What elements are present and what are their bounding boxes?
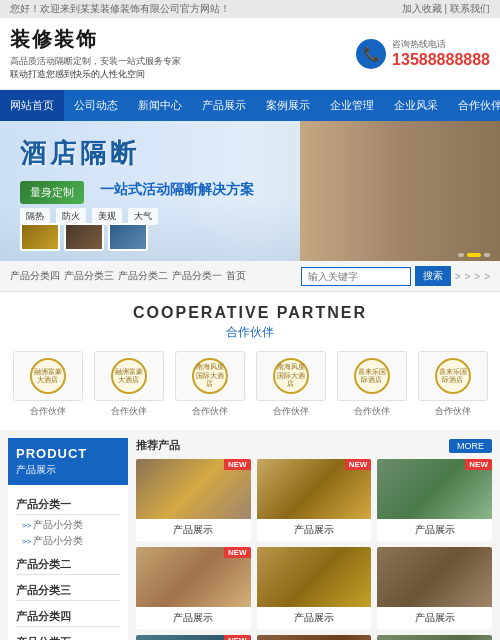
product-label-1: 产品展示 — [257, 519, 372, 541]
logo-title: 装修装饰 — [10, 26, 181, 53]
partner-logo-0[interactable]: 融洲富豪大酒店 — [13, 351, 83, 401]
banner-tag: 美观 — [92, 208, 122, 225]
banner-dot-1[interactable] — [467, 253, 481, 257]
breadcrumb-sep: > — [484, 271, 490, 282]
logo-area: 装修装饰 高品质活动隔断定制，安装一站式服务专家 联动打造您感到快乐的人性化空间 — [10, 26, 181, 81]
new-badge-6: NEW — [224, 635, 251, 640]
partner-item-4: 喜来乐国际酒店合作伙伴 — [337, 351, 407, 418]
breadcrumb-sep: > — [455, 271, 461, 282]
product-card-4[interactable]: 产品展示 — [257, 547, 372, 629]
breadcrumb-item-4[interactable]: 产品分类四 — [10, 269, 60, 283]
partner-item-5: 喜来乐国际酒店合作伙伴 — [418, 351, 488, 418]
sidebar-cat-title-0[interactable]: 产品分类一 — [16, 495, 120, 515]
notice-left: 您好！欢迎来到某某装修装饰有限公司官方网站！ — [10, 2, 230, 16]
banner-dot-2[interactable] — [484, 253, 490, 257]
nav-item-4[interactable]: 案例展示 — [256, 90, 320, 121]
partner-logo-4[interactable]: 喜来乐国际酒店 — [337, 351, 407, 401]
breadcrumb-item-1[interactable]: 产品分类一 — [172, 269, 222, 283]
breadcrumb-item-3[interactable]: 产品分类三 — [64, 269, 114, 283]
breadcrumb-search: 搜索 — [301, 266, 451, 286]
partner-label-3: 合作伙伴 — [273, 405, 309, 418]
sidebar-cat-4: 产品分类五 — [16, 633, 120, 640]
nav-item-5[interactable]: 企业管理 — [320, 90, 384, 121]
partner-item-1: 融洲富豪大酒店合作伙伴 — [94, 351, 164, 418]
nav-item-0[interactable]: 网站首页 — [0, 90, 64, 121]
breadcrumb-item-0[interactable]: 首页 — [226, 269, 246, 283]
product-sidebar-cn: 产品展示 — [16, 463, 120, 477]
sidebar-cat-1: 产品分类二 — [16, 555, 120, 575]
partner-logo-5[interactable]: 喜来乐国际酒店 — [418, 351, 488, 401]
partners-row: 融洲富豪大酒店合作伙伴融洲富豪大酒店合作伙伴南海风度国际大酒店合作伙伴南海风度国… — [10, 351, 490, 418]
partners-title-cn: 合作伙伴 — [10, 324, 490, 341]
phone-number: 13588888888 — [392, 51, 490, 69]
product-card-6[interactable]: NEW产品展示 — [136, 635, 251, 640]
product-label-2: 产品展示 — [377, 519, 492, 541]
sidebar-cat-title-3[interactable]: 产品分类四 — [16, 607, 120, 627]
banner-badge-title: 一站式活动隔断解决方案 — [100, 181, 254, 199]
banner-badge: 量身定制 — [20, 181, 84, 204]
sidebar-sub-0-0[interactable]: 产品小分类 — [22, 517, 120, 533]
sidebar-cat-title-4[interactable]: 产品分类五 — [16, 633, 120, 640]
product-card-5[interactable]: 产品展示 — [377, 547, 492, 629]
banner-title: 酒店隔断 — [20, 136, 480, 171]
product-sidebar-header: PRODUCT 产品展示 — [8, 438, 128, 485]
product-card-2[interactable]: NEW产品展示 — [377, 459, 492, 541]
partner-item-0: 融洲富豪大酒店合作伙伴 — [13, 351, 83, 418]
banner-tag: 隔热 — [20, 208, 50, 225]
nav-item-2[interactable]: 新闻中心 — [128, 90, 192, 121]
product-card-8[interactable]: 产品展示 — [377, 635, 492, 640]
sidebar-cat-title-2[interactable]: 产品分类三 — [16, 581, 120, 601]
search-button[interactable]: 搜索 — [415, 266, 451, 286]
sidebar-cat-title-1[interactable]: 产品分类二 — [16, 555, 120, 575]
header: 装修装饰 高品质活动隔断定制，安装一站式服务专家 联动打造您感到快乐的人性化空间… — [0, 18, 500, 90]
new-badge-2: NEW — [465, 459, 492, 470]
phone-area: 📞 咨询热线电话 13588888888 — [356, 38, 490, 69]
partner-logo-1[interactable]: 融洲富豪大酒店 — [94, 351, 164, 401]
nav-item-1[interactable]: 公司动态 — [64, 90, 128, 121]
banner-tag: 防火 — [56, 208, 86, 225]
product-sidebar-en: PRODUCT — [16, 446, 120, 461]
product-card-0[interactable]: NEW产品展示 — [136, 459, 251, 541]
partner-logo-3[interactable]: 南海风度国际大酒店 — [256, 351, 326, 401]
partner-label-0: 合作伙伴 — [30, 405, 66, 418]
product-image-4 — [257, 547, 372, 607]
breadcrumb-item-2[interactable]: 产品分类二 — [118, 269, 168, 283]
banner: 酒店隔断 量身定制 一站式活动隔断解决方案 隔热防火美观大气 — [0, 121, 500, 261]
new-badge-3: NEW — [224, 547, 251, 558]
product-sidebar: PRODUCT 产品展示 产品分类一产品小分类产品小分类产品分类二产品分类三产品… — [8, 438, 128, 640]
product-grid: NEW产品展示NEW产品展示NEW产品展示NEW产品展示产品展示产品展示NEW产… — [136, 459, 492, 640]
product-image-8 — [377, 635, 492, 640]
partner-item-3: 南海风度国际大酒店合作伙伴 — [256, 351, 326, 418]
product-label-3: 产品展示 — [136, 607, 251, 629]
product-card-7[interactable]: 产品展示 — [257, 635, 372, 640]
product-label-5: 产品展示 — [377, 607, 492, 629]
sidebar-cat-0: 产品分类一产品小分类产品小分类 — [16, 495, 120, 549]
product-main-header: 推荐产品 MORE — [136, 438, 492, 453]
search-input[interactable] — [301, 267, 411, 286]
sidebar-sub-0-1[interactable]: 产品小分类 — [22, 533, 120, 549]
breadcrumb-sep: > — [464, 271, 470, 282]
nav-item-6[interactable]: 企业风采 — [384, 90, 448, 121]
new-badge-1: NEW — [345, 459, 372, 470]
product-label-4: 产品展示 — [257, 607, 372, 629]
partner-label-1: 合作伙伴 — [111, 405, 147, 418]
breadcrumb-sep: > — [474, 271, 480, 282]
main-nav: 网站首页公司动态新闻中心产品展示案例展示企业管理企业风采合作伙伴在线留言联系我们 — [0, 90, 500, 121]
logo-sub2: 联动打造您感到快乐的人性化空间 — [10, 68, 181, 81]
banner-dot-0[interactable] — [458, 253, 464, 257]
new-badge-0: NEW — [224, 459, 251, 470]
partner-label-4: 合作伙伴 — [354, 405, 390, 418]
logo-sub1: 高品质活动隔断定制，安装一站式服务专家 — [10, 55, 181, 68]
product-card-1[interactable]: NEW产品展示 — [257, 459, 372, 541]
nav-item-7[interactable]: 合作伙伴 — [448, 90, 500, 121]
product-sidebar-list: 产品分类一产品小分类产品小分类产品分类二产品分类三产品分类四产品分类五产品分类六 — [8, 485, 128, 640]
product-main: 推荐产品 MORE NEW产品展示NEW产品展示NEW产品展示NEW产品展示产品… — [136, 438, 500, 640]
notice-right: 加入收藏 | 联系我们 — [402, 2, 490, 16]
product-card-3[interactable]: NEW产品展示 — [136, 547, 251, 629]
partner-logo-2[interactable]: 南海风度国际大酒店 — [175, 351, 245, 401]
partners-title-en: COOPERATIVE PARTNER — [10, 304, 490, 322]
banner-tag: 大气 — [128, 208, 158, 225]
recommended-label: 推荐产品 — [136, 438, 180, 453]
nav-item-3[interactable]: 产品展示 — [192, 90, 256, 121]
more-button[interactable]: MORE — [449, 439, 492, 453]
